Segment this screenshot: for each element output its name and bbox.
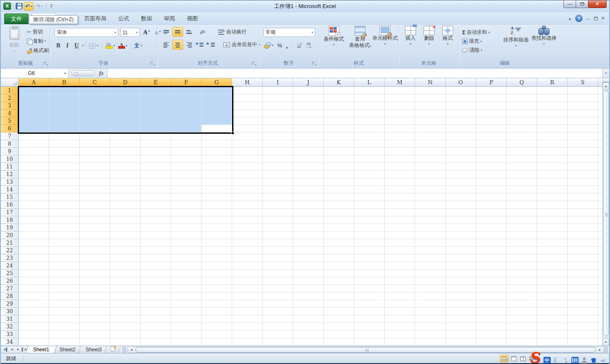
- workbook-close-button[interactable]: ✕: [601, 16, 605, 21]
- column-header-B[interactable]: B: [49, 78, 80, 87]
- prev-sheet-button[interactable]: ◄: [9, 347, 15, 353]
- cell-J14[interactable]: [293, 186, 324, 193]
- cell-M27[interactable]: [385, 285, 415, 292]
- cell-E17[interactable]: [141, 209, 171, 216]
- column-header-D[interactable]: D: [110, 78, 141, 87]
- cell-B21[interactable]: [49, 239, 80, 247]
- row-header-26[interactable]: 26: [1, 277, 19, 285]
- row-header-11[interactable]: 11: [1, 163, 19, 171]
- cell-Q32[interactable]: [507, 323, 537, 331]
- cell-H13[interactable]: [232, 178, 263, 186]
- row-header-32[interactable]: 32: [1, 323, 19, 331]
- cell-P22[interactable]: [476, 247, 507, 254]
- cell-N1[interactable]: [415, 87, 446, 94]
- cell-L25[interactable]: [354, 270, 385, 277]
- cell-S8[interactable]: [568, 140, 598, 148]
- cell-A20[interactable]: [19, 232, 49, 239]
- cell-J10[interactable]: [293, 155, 324, 163]
- row-header-23[interactable]: 23: [1, 254, 19, 262]
- cell-P17[interactable]: [476, 209, 507, 216]
- ime-chinese-mode-icon[interactable]: 中: [543, 357, 551, 364]
- cell-O31[interactable]: [446, 315, 476, 323]
- cell-D9[interactable]: [110, 148, 141, 155]
- column-header-C[interactable]: C: [80, 78, 110, 87]
- cell-K18[interactable]: [324, 216, 354, 224]
- cell-J22[interactable]: [293, 247, 324, 254]
- format-as-table-button[interactable]: 套用 表格格式▾: [347, 26, 373, 49]
- cell-C31[interactable]: [80, 315, 110, 323]
- cell-H15[interactable]: [232, 193, 263, 201]
- cell-H25[interactable]: [232, 270, 263, 277]
- cell-I24[interactable]: [263, 262, 293, 270]
- cell-D16[interactable]: [110, 201, 141, 209]
- cell-J2[interactable]: [293, 94, 324, 102]
- row-header-20[interactable]: 20: [1, 232, 19, 239]
- cell-N21[interactable]: [415, 239, 446, 247]
- cell-A31[interactable]: [19, 315, 49, 323]
- cell-N17[interactable]: [415, 209, 446, 216]
- cell-Q23[interactable]: [507, 254, 537, 262]
- cell-P19[interactable]: [476, 224, 507, 232]
- cell-N6[interactable]: [415, 125, 446, 132]
- cell-J28[interactable]: [293, 292, 324, 300]
- cell-M13[interactable]: [385, 178, 415, 186]
- cell-R13[interactable]: [537, 178, 568, 186]
- cell-Q26[interactable]: [507, 277, 537, 285]
- tab-file[interactable]: 文件: [4, 14, 28, 24]
- decrease-indent-button[interactable]: ◀: [195, 40, 206, 50]
- cell-R21[interactable]: [537, 239, 568, 247]
- row-header-28[interactable]: 28: [1, 292, 19, 300]
- cell-C10[interactable]: [80, 155, 110, 163]
- maximize-button[interactable]: [576, 0, 588, 8]
- cell-R29[interactable]: [537, 300, 568, 308]
- cell-L12[interactable]: [354, 171, 385, 178]
- cell-N23[interactable]: [415, 254, 446, 262]
- cell-Q18[interactable]: [507, 216, 537, 224]
- cell-Q12[interactable]: [507, 171, 537, 178]
- cell-C12[interactable]: [80, 171, 110, 178]
- tab-review[interactable]: 审阅: [158, 13, 181, 24]
- cell-N18[interactable]: [415, 216, 446, 224]
- cell-O13[interactable]: [446, 178, 476, 186]
- cell-K21[interactable]: [324, 239, 354, 247]
- cell-R16[interactable]: [537, 201, 568, 209]
- cell-E13[interactable]: [141, 178, 171, 186]
- cell-H31[interactable]: [232, 315, 263, 323]
- cell-O34[interactable]: [446, 338, 476, 346]
- cell-O5[interactable]: [446, 117, 476, 125]
- cell-C23[interactable]: [80, 254, 110, 262]
- cell-L17[interactable]: [354, 209, 385, 216]
- cell-P15[interactable]: [476, 193, 507, 201]
- cell-J23[interactable]: [293, 254, 324, 262]
- cell-E14[interactable]: [141, 186, 171, 193]
- cell-L3[interactable]: [354, 102, 385, 110]
- cell-P33[interactable]: [476, 331, 507, 338]
- first-sheet-button[interactable]: ◄▌: [3, 347, 8, 353]
- cell-Q33[interactable]: [507, 331, 537, 338]
- cell-H32[interactable]: [232, 323, 263, 331]
- cell-F33[interactable]: [171, 331, 202, 338]
- cell-G28[interactable]: [202, 292, 232, 300]
- row-header-7[interactable]: 7: [1, 132, 19, 140]
- cell-E22[interactable]: [141, 247, 171, 254]
- cell-R8[interactable]: [537, 140, 568, 148]
- cell-I17[interactable]: [263, 209, 293, 216]
- cell-O11[interactable]: [446, 163, 476, 171]
- cell-P13[interactable]: [476, 178, 507, 186]
- cell-M6[interactable]: [385, 125, 415, 132]
- cell-F27[interactable]: [171, 285, 202, 292]
- cell-K31[interactable]: [324, 315, 354, 323]
- cell-R10[interactable]: [537, 155, 568, 163]
- cell-R17[interactable]: [537, 209, 568, 216]
- cell-J33[interactable]: [293, 331, 324, 338]
- cell-M22[interactable]: [385, 247, 415, 254]
- cell-G8[interactable]: [202, 140, 232, 148]
- cell-L26[interactable]: [354, 277, 385, 285]
- cell-L30[interactable]: [354, 308, 385, 315]
- cell-N4[interactable]: [415, 110, 446, 117]
- cell-M4[interactable]: [385, 110, 415, 117]
- cell-D20[interactable]: [110, 232, 141, 239]
- workbook-minimize-button[interactable]: —: [586, 16, 591, 21]
- row-header-16[interactable]: 16: [1, 201, 19, 209]
- cell-O28[interactable]: [446, 292, 476, 300]
